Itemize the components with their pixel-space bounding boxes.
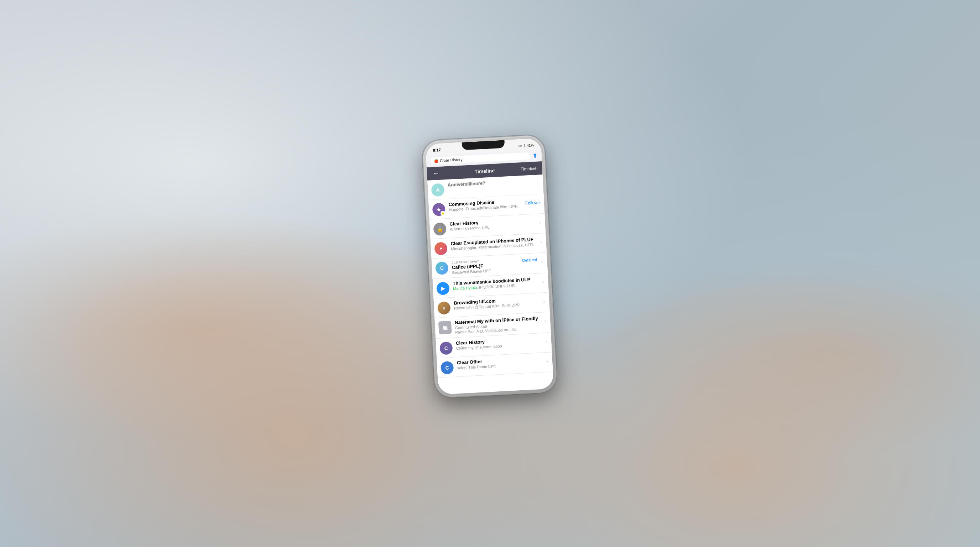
- content-list[interactable]: A Anniversillinore? › ★ ⭐ Commosing Disc…: [427, 175, 554, 391]
- battery-text: 41%: [527, 143, 534, 148]
- defaired-button[interactable]: Defaired: [522, 258, 537, 262]
- list-item-content: Anniversillinore?: [447, 178, 535, 188]
- avatar: ▶: [436, 282, 450, 295]
- nav-right-label: Timeline: [520, 165, 537, 171]
- avatar: ★ ⭐: [432, 203, 445, 216]
- follow-chevron-icon: ›: [538, 200, 540, 205]
- wifi-icon: ⌇: [523, 143, 526, 148]
- chevron-icon: ›: [539, 219, 541, 225]
- chevron-icon: ›: [541, 259, 543, 264]
- list-item-title: Anniversillinore?: [447, 178, 535, 188]
- chevron-icon: ›: [540, 239, 542, 245]
- list-item-content: Nateranal My with on iPlice or Fiondly C…: [455, 315, 543, 335]
- chevron-icon: ›: [546, 358, 549, 364]
- chevron-icon: ›: [542, 279, 544, 285]
- follow-button[interactable]: Follow ›: [525, 200, 540, 205]
- phone-screen: 9:17 ▪▪▪ ⌇ 41% 🍎 Clear History ⬆ ← Timel…: [426, 138, 554, 394]
- list-item-content: This vamamanice boodictes in ULP Marica …: [453, 276, 540, 291]
- follow-label: Follow: [525, 200, 538, 206]
- status-time: 9:17: [433, 148, 441, 153]
- list-item-content: Brownding liff.com Recomishn @Saprait Al…: [454, 296, 541, 310]
- phone-device: 9:17 ▪▪▪ ⌇ 41% 🍎 Clear History ⬆ ← Timel…: [422, 135, 557, 398]
- apple-logo-icon: 🍎: [434, 159, 439, 163]
- list-item-content: Clear Escupiated on iPhones of PLUF Miec…: [450, 237, 538, 251]
- chevron-icon: ›: [537, 180, 539, 186]
- chevron-icon: ›: [543, 299, 545, 304]
- avatar: C: [435, 261, 449, 275]
- avatar: ▣: [438, 321, 452, 334]
- avatar: A: [431, 183, 445, 197]
- avatar: B: [437, 301, 451, 315]
- list-item-content: Commosing Disciine Huppote. Frobicadt/De…: [448, 198, 525, 212]
- chevron-icon: ›: [544, 318, 546, 324]
- back-button[interactable]: ←: [433, 170, 439, 177]
- avatar: 🔒: [433, 222, 447, 236]
- badge-icon: ⭐: [441, 210, 446, 216]
- safari-url-text: Clear History: [440, 157, 463, 163]
- list-item-content: Clear Offier sales. This Denin Linft: [457, 355, 544, 370]
- avatar: C: [441, 361, 454, 375]
- avatar: C: [439, 342, 453, 355]
- scene: 9:17 ▪▪▪ ⌇ 41% 🍎 Clear History ⬆ ← Timel…: [0, 0, 980, 547]
- nav-title: Timeline: [474, 167, 495, 174]
- share-button[interactable]: ⬆: [532, 152, 537, 159]
- chevron-icon: ›: [545, 339, 547, 344]
- status-icons: ▪▪▪ ⌇ 41%: [518, 143, 534, 148]
- list-item-content: Clear History Chilee my lime.commation: [456, 336, 543, 350]
- signal-icon: ▪▪▪: [518, 143, 522, 148]
- list-item-content: Clear History Wheree kn Flotor, UPL: [449, 217, 537, 232]
- avatar: ♥: [434, 242, 448, 255]
